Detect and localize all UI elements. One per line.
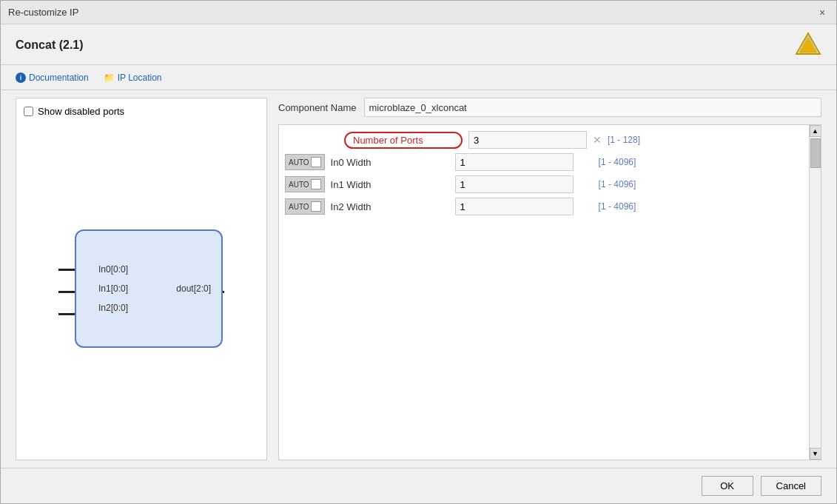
param-range: [1 - 4096] <box>599 201 658 212</box>
clear-button[interactable]: ✕ <box>593 134 602 146</box>
title-bar: Re-customize IP × <box>1 1 836 24</box>
show-ports-checkbox[interactable] <box>24 107 33 116</box>
param-value-input[interactable] <box>455 198 574 215</box>
auto-button[interactable]: AUTO <box>285 154 325 170</box>
params-table: Number of Ports ✕ [1 - 128] AUTO In0 Wid… <box>279 125 821 226</box>
auto-label: AUTO <box>289 158 309 167</box>
param-value-input[interactable] <box>455 175 574 193</box>
component-diagram: In0[0:0] In1[0:0] In2[0:0] dout[2:0] <box>24 124 259 452</box>
ok-button[interactable]: OK <box>702 476 753 496</box>
param-range: [1 - 4096] <box>599 179 658 189</box>
wire-in1 <box>58 291 75 293</box>
ip-location-link[interactable]: 📁 IP Location <box>104 73 162 83</box>
folder-icon: 📁 <box>104 73 115 83</box>
auto-button[interactable]: AUTO <box>285 176 325 192</box>
param-name: Number of Ports <box>344 132 463 149</box>
title-bar-left: Re-customize IP <box>8 7 78 18</box>
ip-location-label: IP Location <box>118 73 162 83</box>
dialog-title: Concat (2.1) <box>16 38 84 52</box>
close-button[interactable]: × <box>816 6 829 19</box>
left-panel: Show disabled ports In0[0:0] In1[0:0] In… <box>16 98 267 460</box>
param-row: Number of Ports ✕ [1 - 128] <box>285 131 815 149</box>
scroll-down-arrow[interactable]: ▼ <box>810 448 821 460</box>
param-name: In1 Width <box>331 179 449 190</box>
dout-label: dout[2:0] <box>176 283 211 294</box>
in0-label: In0[0:0] <box>98 264 221 275</box>
dialog-content: Show disabled ports In0[0:0] In1[0:0] In… <box>1 90 836 468</box>
toolbar: i Documentation 📁 IP Location <box>1 65 836 90</box>
params-area: Number of Ports ✕ [1 - 128] AUTO In0 Wid… <box>278 124 821 460</box>
dialog-header: Concat (2.1) <box>1 24 836 65</box>
show-ports-label: Show disabled ports <box>38 106 124 117</box>
scroll-up-arrow[interactable]: ▲ <box>810 125 821 137</box>
param-row: AUTO In1 Width [1 - 4096] <box>285 175 815 193</box>
auto-toggle[interactable] <box>311 157 321 167</box>
param-name: In0 Width <box>331 157 449 168</box>
show-ports-row: Show disabled ports <box>24 106 259 117</box>
auto-toggle[interactable] <box>311 179 321 189</box>
scrollbar-track[interactable]: ▲ ▼ <box>809 125 821 460</box>
param-value-input[interactable] <box>468 131 587 149</box>
auto-label: AUTO <box>289 203 309 211</box>
info-icon: i <box>16 73 26 83</box>
auto-label: AUTO <box>289 181 309 189</box>
param-range: [1 - 4096] <box>599 157 658 167</box>
param-row: AUTO In2 Width [1 - 4096] <box>285 198 815 215</box>
scrollbar-thumb[interactable] <box>810 138 821 168</box>
diagram-wrapper: In0[0:0] In1[0:0] In2[0:0] dout[2:0] <box>45 215 238 363</box>
component-name-label: Component Name <box>278 102 357 113</box>
vivado-logo <box>795 32 821 58</box>
documentation-label: Documentation <box>29 73 89 83</box>
title-bar-title: Re-customize IP <box>8 7 78 18</box>
param-value-input[interactable] <box>455 153 574 171</box>
component-name-row: Component Name <box>278 98 821 117</box>
cancel-button[interactable]: Cancel <box>761 476 821 496</box>
param-name: In2 Width <box>331 201 449 212</box>
in2-label: In2[0:0] <box>98 303 221 313</box>
param-row: AUTO In0 Width [1 - 4096] <box>285 153 815 171</box>
wire-in0 <box>58 269 75 271</box>
documentation-link[interactable]: i Documentation <box>16 73 89 83</box>
right-panel: Component Name Number of Ports ✕ [1 - 12… <box>278 98 821 460</box>
dialog-footer: OK Cancel <box>1 468 836 503</box>
auto-toggle[interactable] <box>311 201 321 212</box>
param-range: [1 - 128] <box>608 135 667 145</box>
dialog: Re-customize IP × Concat (2.1) i Documen… <box>0 0 837 504</box>
auto-button[interactable]: AUTO <box>285 198 325 215</box>
component-name-input[interactable] <box>364 98 822 117</box>
wire-in2 <box>58 313 75 315</box>
